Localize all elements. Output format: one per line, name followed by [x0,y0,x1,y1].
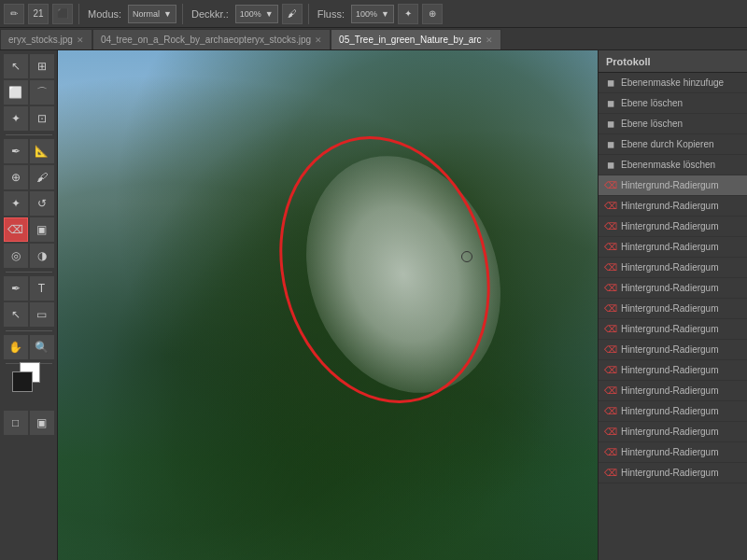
zoom-tool[interactable]: 🔍 [30,335,54,359]
history-item[interactable]: ⌫Hintergrund-Radiergum [599,360,747,381]
path-select-tool[interactable]: ↖ [4,302,28,327]
history-item-label: Hintergrund-Radiergum [621,201,719,211]
deckkraft-dropdown[interactable]: 100% ▼ [235,5,278,23]
history-item[interactable]: ⌫Hintergrund-Radiergum [599,299,747,319]
tool-group-select: ⬜ ⌒ [4,80,54,105]
history-item[interactable]: ⌫Hintergrund-Radiergum [599,217,747,237]
eraser-history-icon: ⌫ [604,220,617,233]
artboard-tool[interactable]: ⊞ [30,54,54,78]
heal-brush-tool[interactable]: ⊕ [4,165,28,189]
separator-3 [308,4,309,24]
history-item[interactable]: ◼Ebenenmaske hinzufuge [599,73,747,93]
tab-2-close[interactable]: ✕ [315,35,322,45]
tool-group-pen: ✒ T [4,276,54,301]
history-item[interactable]: ⌫Hintergrund-Radiergum [599,258,747,278]
tab-2[interactable]: 04_tree_on_a_Rock_by_archaeopteryx_stock… [92,29,331,49]
tool-group-eyedrop: ✒ 📐 [4,139,54,163]
airbrush-icon[interactable]: ✦ [398,4,418,24]
history-item[interactable]: ⌫Hintergrund-Radiergum [599,381,747,401]
brush-size-display[interactable]: 21 [28,4,49,24]
hand-tool[interactable]: ✋ [4,335,28,359]
tab-1[interactable]: eryx_stocks.jpg ✕ [0,29,92,49]
text-tool[interactable]: T [30,276,54,301]
shape-tool[interactable]: ▭ [30,302,54,327]
rect-select-tool[interactable]: ⬜ [4,80,28,105]
tab-2-label: 04_tree_on_a_Rock_by_archaeopteryx_stock… [101,35,311,45]
tab-1-close[interactable]: ✕ [77,35,84,45]
clone-stamp-tool[interactable]: ✦ [4,191,28,216]
history-item[interactable]: ⌫Hintergrund-Radiergum [599,278,747,299]
brush-tool[interactable]: 🖌 [30,165,54,189]
history-item-label: Hintergrund-Radiergum [621,365,719,375]
history-item-label: Ebene durch Kopieren [621,139,714,149]
history-item-label: Hintergrund-Radiergum [621,221,719,231]
history-item[interactable]: ⌫Hintergrund-Radiergum [599,340,747,360]
fluss-label: Fluss: [317,8,345,20]
tab-3-close[interactable]: ✕ [486,35,493,45]
history-item-label: Hintergrund-Radiergum [621,385,719,396]
deckkraft-value: 100% [240,9,261,19]
deckkraft-label: Deckkr.: [191,8,229,20]
crop-tool[interactable]: ⊡ [30,106,54,131]
tool-group-clone: ✦ ↺ [4,191,54,216]
canvas-area[interactable] [58,50,598,560]
history-item[interactable]: ⌫Hintergrund-Radiergum [599,319,747,340]
layer-history-icon: ◼ [604,97,617,110]
history-item[interactable]: ⌫Hintergrund-Radiergum [599,401,747,422]
layer-history-icon: ◼ [604,77,617,90]
ruler-tool[interactable]: 📐 [30,139,54,163]
eraser-history-icon: ⌫ [604,446,617,459]
brush-size-value: 21 [33,8,43,19]
history-item-label: Hintergrund-Radiergum [621,344,719,355]
move-tool[interactable]: ↖ [4,54,28,78]
modus-value: Normal [133,9,160,19]
deckkraft-brush-icon[interactable]: 🖌 [282,4,303,24]
history-item-label: Hintergrund-Radiergum [621,262,719,273]
pen-tool[interactable]: ✒ [4,276,28,301]
tool-sep-1 [6,134,52,135]
eraser-history-icon: ⌫ [604,241,617,254]
eraser-history-icon: ⌫ [604,323,617,336]
tab-3[interactable]: 05_Tree_in_green_Nature_by_arc ✕ [331,29,501,49]
extra-options-icon[interactable]: ⊕ [422,4,443,24]
history-item[interactable]: ⌫Hintergrund-Radiergum [599,237,747,258]
history-item-label: Ebene löschen [621,98,683,108]
eraser-history-icon: ⌫ [604,467,617,480]
quick-mask-btn[interactable]: ▣ [30,411,54,435]
lasso-tool[interactable]: ⌒ [30,80,54,105]
deckkraft-chevron: ▼ [265,9,274,19]
brush-options-icon[interactable]: ✏ [4,4,24,24]
history-item[interactable]: ◼Ebenenmaske löschen [599,155,747,175]
history-item[interactable]: ⌫Hintergrund-Radiergum [599,463,747,483]
history-brush-tool[interactable]: ↺ [30,191,54,216]
brush-preview-icon[interactable]: ⬛ [52,4,73,24]
eraser-history-icon: ⌫ [604,282,617,295]
modus-dropdown[interactable]: Normal ▼ [128,5,176,23]
eraser-history-icon: ⌫ [604,343,617,357]
tool-group-mask: □ ▣ [4,411,54,435]
history-item[interactable]: ⌫Hintergrund-Radiergum [599,422,747,442]
foreground-color-swatch[interactable] [12,371,33,392]
history-item[interactable]: ◼Ebene löschen [599,93,747,114]
standard-mode-btn[interactable]: □ [4,411,28,435]
history-item-label: Hintergrund-Radiergum [621,468,719,478]
eraser-history-icon: ⌫ [604,385,617,398]
history-item-label: Hintergrund-Radiergum [621,447,719,457]
history-item[interactable]: ⌫Hintergrund-Radiergum [599,442,747,463]
blur-tool[interactable]: ◎ [4,244,28,268]
history-item[interactable]: ⌫Hintergrund-Radiergum [599,196,747,217]
fluss-value: 100% [356,9,377,19]
fill-tool[interactable]: ▣ [30,217,54,242]
eraser-history-icon: ⌫ [604,426,617,439]
eyedropper-tool[interactable]: ✒ [4,139,28,163]
dodge-tool[interactable]: ◑ [30,244,54,268]
history-item-label: Hintergrund-Radiergum [621,324,719,334]
fluss-dropdown[interactable]: 100% ▼ [351,5,394,23]
tool-group-heal: ⊕ 🖌 [4,165,54,189]
history-item[interactable]: ⌫Hintergrund-Radiergum [599,175,747,196]
history-item[interactable]: ◼Ebene löschen [599,114,747,134]
eraser-tool[interactable]: ⌫ [4,217,28,242]
separator-2 [182,4,183,24]
history-item[interactable]: ◼Ebene durch Kopieren [599,134,747,155]
magic-wand-tool[interactable]: ✦ [4,106,28,131]
